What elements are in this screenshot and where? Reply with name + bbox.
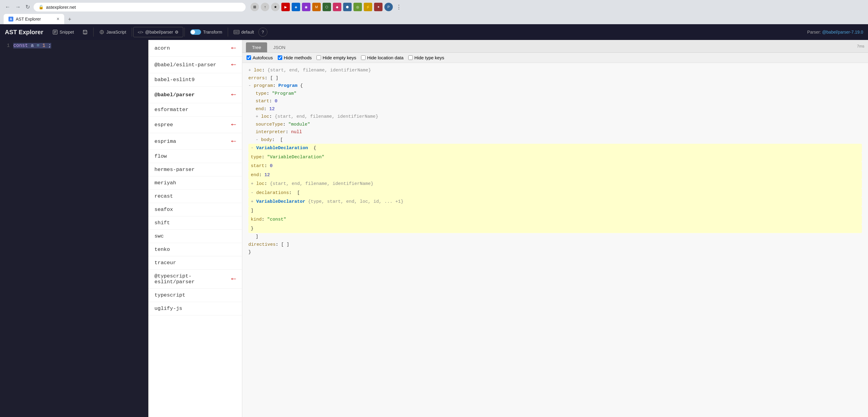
- parser-version-link[interactable]: @babel/parser-7.19.0: [822, 30, 863, 35]
- ext-icon-5[interactable]: ⬡: [322, 3, 331, 11]
- parser-item-espree[interactable]: espree←: [148, 116, 242, 133]
- hide-type-keys-checkbox[interactable]: [408, 56, 413, 60]
- parser-item-tenko[interactable]: tenko: [148, 243, 242, 256]
- hide-methods-option[interactable]: Hide methods: [278, 55, 312, 60]
- svg-rect-12: [238, 31, 239, 32]
- ext-icon-7[interactable]: ⬢: [343, 3, 352, 11]
- parser-item-label: swc: [154, 233, 164, 239]
- ast-tree-line: end: 12: [248, 105, 862, 113]
- ext-icon-8[interactable]: ◎: [353, 3, 362, 11]
- ext-icon-10[interactable]: ✦: [374, 3, 382, 11]
- parser-item-recast[interactable]: recast: [148, 190, 242, 203]
- parser-item-typescript[interactable]: typescript: [148, 289, 242, 302]
- header-separator-3: [184, 28, 185, 37]
- tab-close-button[interactable]: ×: [57, 16, 59, 22]
- parser-item-uglify-js[interactable]: uglify-js: [148, 302, 242, 315]
- ast-tree-line: errors: [ ]: [248, 74, 862, 82]
- parser-arrow-icon: ←: [231, 43, 236, 53]
- parser-dropdown[interactable]: acorn←@babel/eslint-parser←babel-eslint9…: [148, 40, 242, 417]
- transform-toggle[interactable]: Transform: [186, 27, 226, 37]
- hide-location-option[interactable]: Hide location data: [361, 55, 403, 60]
- keyboard-icon-btn[interactable]: default: [229, 27, 258, 37]
- ast-tabs: Tree JSON 7ms: [242, 40, 868, 53]
- more-icon[interactable]: ⋮: [395, 3, 403, 11]
- hide-type-keys-option[interactable]: Hide type keys: [408, 55, 444, 60]
- autofocus-checkbox[interactable]: [247, 56, 251, 60]
- timing-display: 7ms: [857, 41, 864, 51]
- parser-item-label: esprima: [154, 139, 176, 144]
- svg-rect-16: [238, 32, 239, 33]
- parser-item-seafox[interactable]: seafox: [148, 203, 242, 216]
- parser-item-flow[interactable]: flow: [148, 150, 242, 163]
- snippet-button[interactable]: Snippet: [48, 27, 78, 37]
- parser-item-hermes-parser[interactable]: hermes-parser: [148, 163, 242, 176]
- parser-arrow-icon: ←: [231, 120, 236, 129]
- ext-icon-2[interactable]: ◈: [292, 3, 300, 11]
- tab-json[interactable]: JSON: [267, 42, 291, 53]
- save-button[interactable]: [78, 27, 92, 37]
- svg-rect-13: [235, 32, 235, 33]
- address-bar[interactable]: 🔒 astexplorer.net: [34, 3, 246, 11]
- hide-location-checkbox[interactable]: [361, 56, 366, 60]
- reload-button[interactable]: ↻: [24, 2, 31, 11]
- ext-icon-4[interactable]: M: [312, 3, 321, 11]
- ast-tree-line: }: [248, 248, 862, 256]
- autofocus-option[interactable]: Autofocus: [247, 55, 273, 60]
- parser-button[interactable]: </> @babel/parser ⚙: [133, 27, 184, 37]
- hide-empty-keys-checkbox[interactable]: [316, 56, 321, 60]
- browser-icon-3[interactable]: ★: [271, 3, 280, 11]
- parser-item-esformatter[interactable]: esformatter: [148, 103, 242, 116]
- back-button[interactable]: ←: [4, 3, 11, 11]
- gear-icon[interactable]: ⚙: [175, 30, 179, 35]
- ext-icon-6[interactable]: ◆: [333, 3, 341, 11]
- expand-btn[interactable]: +: [256, 114, 258, 119]
- header-separator-1: [93, 28, 94, 37]
- ext-icon-1[interactable]: ▶: [281, 3, 290, 11]
- ext-icon-3[interactable]: ◉: [302, 3, 310, 11]
- expand-btn[interactable]: +: [251, 181, 253, 186]
- ast-tree-content: + loc: {start, end, filename, identifier…: [242, 63, 868, 417]
- new-tab-button[interactable]: +: [65, 14, 74, 24]
- profile-icon[interactable]: P: [384, 3, 393, 11]
- transform-switch[interactable]: [190, 29, 201, 35]
- parser-item-label: tenko: [154, 247, 170, 252]
- ast-tree-line: + loc: {start, end, filename, identifier…: [248, 113, 862, 121]
- hide-methods-checkbox[interactable]: [278, 56, 282, 60]
- parser-item-babel-eslint9[interactable]: babel-eslint9: [148, 73, 242, 86]
- parser-item-babel-parser[interactable]: @babel/parser←: [148, 86, 242, 103]
- parser-item-typescript-eslint-parser[interactable]: @typescript-eslint/parser←: [148, 270, 242, 289]
- browser-icon-2[interactable]: ↑: [261, 3, 269, 11]
- browser-nav: ← → ↻ 🔒 astexplorer.net ⊞ ↑ ★ ▶ ◈ ◉ M ⬡ …: [4, 2, 864, 14]
- ext-icon-9[interactable]: ⚡: [364, 3, 372, 11]
- app-logo: AST Explorer: [5, 29, 48, 36]
- browser-icon-1[interactable]: ⊞: [250, 3, 259, 11]
- hide-empty-keys-option[interactable]: Hide empty keys: [316, 55, 356, 60]
- main-layout: 1 const a = 1 ; acorn←@babel/eslint-pars…: [0, 40, 868, 417]
- ast-tree-line: sourceType: "module": [248, 121, 862, 129]
- expand-btn[interactable]: +: [248, 68, 251, 73]
- forward-button[interactable]: →: [14, 3, 22, 11]
- active-tab[interactable]: A AST Explorer ×: [4, 14, 64, 24]
- address-text: astexplorer.net: [46, 4, 76, 10]
- parser-item-label: flow: [154, 153, 167, 159]
- ast-tree-line: type: "VariableDeclaration": [248, 153, 862, 162]
- parser-item-swc[interactable]: swc: [148, 230, 242, 243]
- parser-item-shift[interactable]: shift: [148, 216, 242, 230]
- language-button[interactable]: JavaScript: [95, 27, 130, 37]
- parser-item-label: meriyah: [154, 180, 176, 186]
- parser-item-traceur[interactable]: traceur: [148, 256, 242, 270]
- parser-item-esprima[interactable]: esprima←: [148, 133, 242, 150]
- header-separator-4: [228, 28, 228, 37]
- tab-tree[interactable]: Tree: [246, 42, 267, 53]
- parser-item-babel-eslint-parser[interactable]: @babel/eslint-parser←: [148, 57, 242, 73]
- help-button[interactable]: ?: [258, 28, 268, 37]
- expand-btn[interactable]: +: [251, 199, 253, 204]
- parser-item-label: seafox: [154, 207, 173, 212]
- parser-item-label: espree: [154, 122, 173, 128]
- code-editor[interactable]: 1 const a = 1 ;: [0, 40, 148, 417]
- parser-item-acorn[interactable]: acorn←: [148, 40, 242, 57]
- parser-item-label: shift: [154, 220, 170, 226]
- ast-tree-line: - declarations: [: [248, 188, 862, 198]
- parser-item-meriyah[interactable]: meriyah: [148, 176, 242, 190]
- ast-tree-line: + VariableDeclarator {type, start, end, …: [248, 197, 862, 206]
